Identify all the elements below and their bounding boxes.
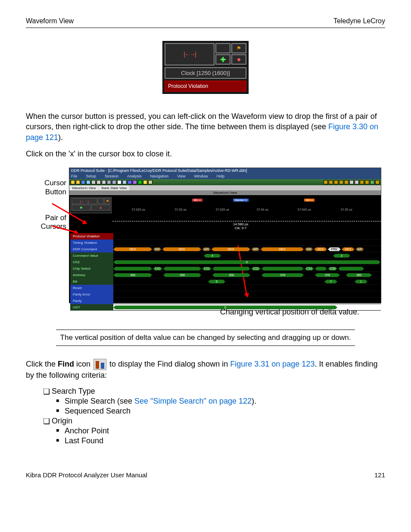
app-window: DDR Protocol Suite - [C:/Program Files/L… (69, 168, 381, 303)
cursor-tool-pane: |←→|⚑ ✚● (70, 197, 112, 213)
criteria-list: Search Type Simple Search (see See "Simp… (43, 387, 385, 445)
delta-value: 14.580 ps Clk: 9.7 (233, 222, 248, 230)
li-last-found: Last Found (56, 436, 385, 445)
find-icon (93, 359, 106, 370)
menu-bar: File Setup Session Analysis Navigation V… (69, 173, 381, 179)
protocol-violation-label: Protocol Violation (165, 81, 246, 92)
paragraph-close-cursor: Click on the 'x' in the cursor box to cl… (26, 149, 385, 159)
delta-dash-line (112, 221, 381, 221)
note-box: The vertical position of delta value can… (56, 330, 355, 346)
tab-bankstate: Bank State View (99, 186, 130, 190)
simple-search-link[interactable]: See "Simple Search" on page 122 (134, 397, 252, 405)
header-left: Waveform View (26, 17, 74, 25)
li-search-type: Search Type (43, 387, 385, 396)
paragraph-find: Click the Find icon to display the Find … (26, 359, 385, 381)
panel-small-button (215, 43, 230, 53)
signal-tracks: DES WR DES WR DES WR DES WR DES PRE DES … (113, 233, 381, 303)
page-footer: Kibra DDR Protocol Analyzer User Manual … (26, 471, 385, 479)
li-simple-search: Simple Search (see See "Simple Search" o… (56, 397, 385, 406)
cursor-range-icon: |←→| (165, 43, 215, 65)
li-anchor-point: Anchor Point (56, 426, 385, 436)
header-right: Teledyne LeCroy (333, 17, 385, 25)
time-ruler: 57.025 us 57.03 us 57.035 us 57.04 us 57… (112, 208, 381, 217)
footer-page: 121 (374, 471, 385, 479)
marker-m4: M4 × (304, 199, 314, 202)
li-sequenced-search: Sequenced Search (56, 407, 385, 416)
add-cursor-button: ✚ (215, 54, 230, 65)
header-rule (26, 28, 385, 28)
figure-link-find[interactable]: Figure 3.31 on page 123 (230, 360, 314, 368)
annotated-screenshot: Cursor Button Pair of Cursors DDR Protoc… (26, 168, 385, 303)
remove-cursor-button: ● (231, 54, 246, 65)
flag-icon: ⚑ (231, 43, 246, 53)
window-title: DDR Protocol Suite - [C:/Program Files/L… (69, 168, 381, 173)
footer-left: Kibra DDR Protocol Analyzer User Manual (26, 471, 147, 479)
view-title-stripe: Waveform View (69, 190, 381, 195)
page-header: Waveform View Teledyne LeCroy (26, 17, 385, 25)
view-tabs: Waveform View Bank State View (69, 185, 381, 190)
toolbar (69, 179, 381, 185)
signal-legend: Protocol Violation Timing Violation DDR … (70, 233, 113, 311)
li-origin: Origin (43, 417, 385, 426)
marker-m1: M1 × (192, 199, 202, 202)
cursor-panel-figure: |←→| ⚑ ✚ ● Clock [1250 (1600)] Protocol … (162, 41, 249, 94)
callout-cursor-button: Cursor Button (26, 179, 66, 196)
clock-label: Clock [1250 (1600)] (165, 67, 246, 79)
marker-1: Marker 1 (233, 199, 249, 202)
tab-waveform: Waveform View (69, 186, 99, 190)
paragraph-cursor-usage: When the cursor button is pressed, you c… (26, 111, 385, 143)
